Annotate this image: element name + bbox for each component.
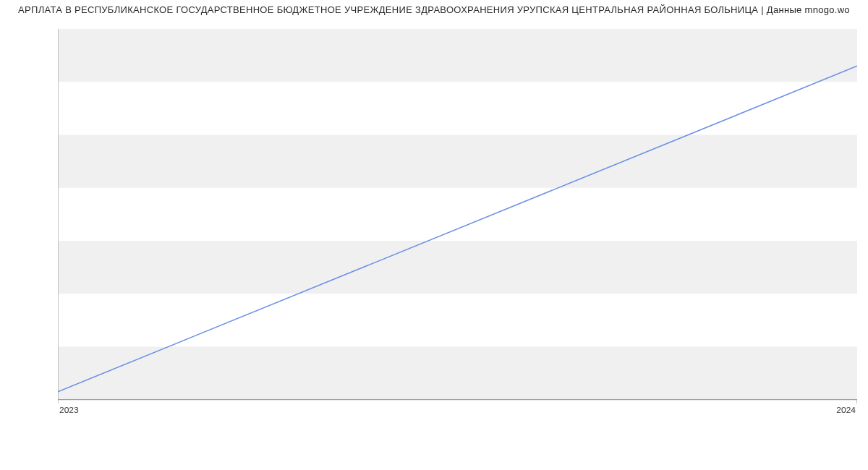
svg-rect-2 xyxy=(58,134,857,187)
svg-rect-1 xyxy=(58,241,857,294)
chart-plot-area: 1600018000200002200024000260002800030000… xyxy=(58,29,857,427)
svg-rect-0 xyxy=(58,346,857,399)
svg-text:2024: 2024 xyxy=(836,406,856,415)
svg-text:2023: 2023 xyxy=(59,406,79,415)
svg-rect-3 xyxy=(58,29,857,82)
chart-title: АРПЛАТА В РЕСПУБЛИКАНСКОЕ ГОСУДАРСТВЕННО… xyxy=(0,4,868,15)
